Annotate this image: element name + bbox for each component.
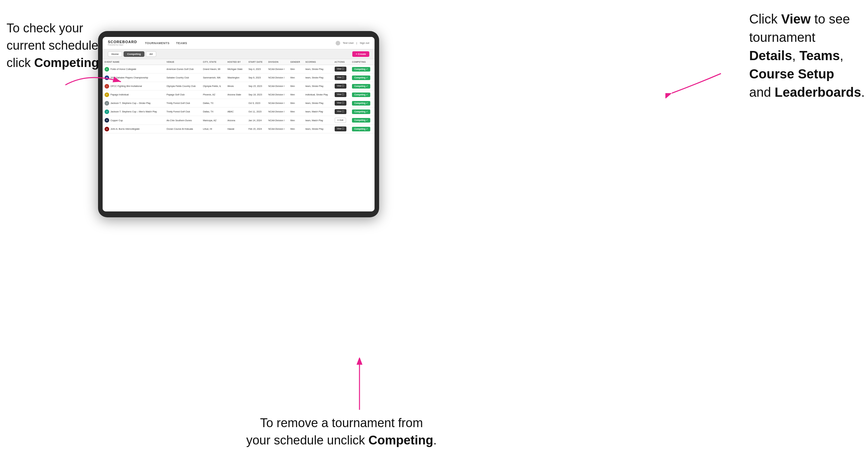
actions-cell: View ⓘ — [333, 65, 350, 73]
competing-button[interactable]: Competing ✓ — [352, 101, 370, 105]
competing-button[interactable]: Competing ✓ — [352, 92, 370, 97]
table-row: I OFCC Fighting Illini Invitational Olym… — [103, 82, 374, 91]
col-competing: COMPETING — [350, 59, 374, 65]
event-name-cell: F Folds of Honor Collegiate — [103, 65, 165, 73]
view-button[interactable]: View ⓘ — [335, 75, 347, 80]
competing-button[interactable]: Competing ✓ — [352, 75, 370, 80]
event-name: 2023 Sahalee Players Championship — [111, 76, 148, 79]
annotation-bottom: To remove a tournament fromyour schedule… — [246, 414, 437, 449]
table-row: H John A. Burns Intercollegiate Ocean Co… — [103, 125, 374, 133]
table-row: J Jackson T. Stephens Cup – Stroke Play … — [103, 99, 374, 107]
annotation-right-text: Click View to seetournamentDetails, Team… — [749, 12, 865, 99]
competing-cell: Competing ✓ — [350, 99, 374, 107]
team-logo: F — [104, 67, 109, 71]
actions-cell: View ⓘ — [333, 125, 350, 133]
competing-cell: Competing ✓ — [350, 116, 374, 125]
view-button[interactable]: View ⓘ — [335, 84, 347, 89]
hosted-by-cell: Michigan State — [225, 65, 246, 73]
team-logo: P — [104, 92, 109, 97]
actions-cell: View ⓘ — [333, 99, 350, 107]
create-button[interactable]: + Create — [352, 51, 369, 57]
col-division: DIVISION — [266, 59, 288, 65]
table-container: EVENT NAME VENUE CITY, STATE HOSTED BY S… — [103, 59, 374, 212]
event-name-cell: I OFCC Fighting Illini Invitational — [103, 82, 165, 91]
gender-cell: Men — [288, 107, 304, 116]
division-cell: NCAA Division I — [266, 65, 288, 73]
tournaments-table: EVENT NAME VENUE CITY, STATE HOSTED BY S… — [103, 59, 374, 133]
division-cell: NCAA Division I — [266, 116, 288, 125]
annotation-top-left: To check yourcurrent schedule,click Comp… — [6, 20, 102, 72]
team-logo: I — [104, 84, 109, 89]
col-hosted-by: HOSTED BY — [225, 59, 246, 65]
sign-out-link[interactable]: Sign out — [360, 41, 369, 44]
competing-button[interactable]: Competing ✓ — [352, 67, 370, 71]
city-state-cell: Dallas, TX — [201, 107, 225, 116]
division-cell: NCAA Division I — [266, 99, 288, 107]
actions-cell: ✏ Edit — [333, 116, 350, 125]
event-name-cell: H John A. Burns Intercollegiate — [103, 125, 165, 133]
hosted-by-cell: Washington — [225, 73, 246, 82]
filter-competing-btn[interactable]: Competing — [124, 51, 145, 57]
nav-brand: SCOREBOARD Powered by clippi — [108, 40, 137, 46]
event-name: John A. Burns Intercollegiate — [111, 128, 140, 130]
competing-button[interactable]: Competing ✓ — [352, 110, 370, 114]
start-date-cell: Sep 4, 2023 — [246, 65, 266, 73]
nav-tournaments[interactable]: TOURNAMENTS — [145, 41, 169, 45]
scoring-cell: team, Match Play — [303, 107, 332, 116]
arrow-right-to-view — [665, 67, 724, 100]
scoring-cell: team, Stroke Play — [303, 73, 332, 82]
venue-cell: American Dunes Golf Club — [165, 65, 201, 73]
event-name-cell: A Copper Cup — [103, 116, 165, 125]
table-row: A Copper Cup Ak-Chin Southern DunesMaric… — [103, 116, 374, 125]
venue-cell: Trinity Forest Golf Club — [165, 107, 201, 116]
view-button[interactable]: View ⓘ — [335, 101, 347, 105]
event-name: Papago Individual — [111, 93, 129, 96]
competing-button[interactable]: Competing ✓ — [352, 84, 370, 89]
gender-cell: Men — [288, 65, 304, 73]
scoring-cell: team, Stroke Play — [303, 99, 332, 107]
nav-teams[interactable]: TEAMS — [176, 41, 187, 45]
start-date-cell: Feb 15, 2024 — [246, 125, 266, 133]
view-button[interactable]: View ⓘ — [335, 109, 347, 114]
table-body: F Folds of Honor Collegiate American Dun… — [103, 65, 374, 133]
view-button[interactable]: View ⓘ — [335, 126, 347, 131]
nav-links: TOURNAMENTS TEAMS — [145, 41, 335, 45]
col-scoring: SCORING — [303, 59, 332, 65]
hosted-by-cell: Arizona State — [225, 91, 246, 99]
competing-button[interactable]: Competing ✓ — [352, 118, 370, 123]
arrow-bottom-to-competing — [346, 357, 373, 416]
competing-cell: Competing ✓ — [350, 82, 374, 91]
scoring-cell: individual, Stroke Play — [303, 91, 332, 99]
scoring-cell: team, Stroke Play — [303, 125, 332, 133]
edit-button[interactable]: ✏ Edit — [335, 118, 346, 123]
view-button[interactable]: View ⓘ — [335, 92, 347, 97]
annotation-bottom-text: To remove a tournament fromyour schedule… — [246, 416, 437, 447]
user-name: Test User — [343, 41, 354, 44]
venue-cell: Papago Golf Club — [165, 91, 201, 99]
filter-home-btn[interactable]: Home — [108, 51, 122, 57]
actions-cell: View ⓘ — [333, 91, 350, 99]
tablet-screen: SCOREBOARD Powered by clippi TOURNAMENTS… — [103, 37, 374, 212]
tablet: SCOREBOARD Powered by clippi TOURNAMENTS… — [98, 31, 379, 217]
division-cell: NCAA Division I — [266, 91, 288, 99]
team-logo: H — [104, 127, 109, 131]
competing-button[interactable]: Competing ✓ — [352, 127, 370, 131]
view-button[interactable]: View ⓘ — [335, 67, 347, 71]
competing-cell: Competing ✓ — [350, 107, 374, 116]
hosted-by-cell: Arizona — [225, 116, 246, 125]
filter-all-btn[interactable]: All — [146, 51, 156, 57]
event-name-cell: P Papago Individual — [103, 91, 165, 99]
table-row: F Folds of Honor Collegiate American Dun… — [103, 65, 374, 73]
start-date-cell: Sep 9, 2023 — [246, 73, 266, 82]
hosted-by-cell: ABAC — [225, 107, 246, 116]
venue-cell: Ak-Chin Southern Dunes — [165, 116, 201, 125]
nav-right: Test User | Sign out — [336, 41, 369, 45]
scoring-cell: team, Match Play — [303, 116, 332, 125]
hosted-by-cell: Hawaii — [225, 125, 246, 133]
scoring-cell: team, Stroke Play — [303, 65, 332, 73]
venue-cell: Sahalee Country Club — [165, 73, 201, 82]
hosted-by-cell — [225, 99, 246, 107]
annotation-left-text: To check yourcurrent schedule,click Comp… — [6, 21, 102, 70]
competing-cell: Competing ✓ — [350, 91, 374, 99]
competing-cell: Competing ✓ — [350, 125, 374, 133]
